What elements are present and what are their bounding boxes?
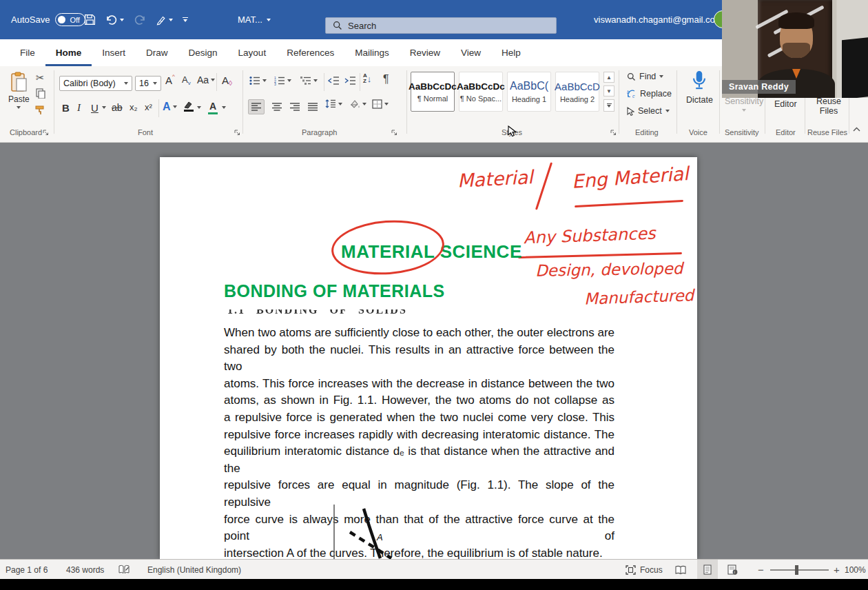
cut-icon[interactable]: ✂ [36,72,45,84]
undo-dropdown-icon[interactable] [120,19,124,21]
webcam-overlay: Sravan Reddy [722,0,868,98]
font-color-dropdown-icon[interactable] [222,106,226,109]
grow-font-button[interactable]: A^ [165,74,175,86]
tab-insert[interactable]: Insert [92,39,136,66]
style-no-spacing[interactable]: AaBbCcDc ¶ No Spac... [459,72,503,112]
sort-button[interactable]: AZ ↓ [363,73,371,84]
tab-references[interactable]: References [276,39,344,66]
document-page[interactable]: Material Eng Material Any Substances Des… [160,157,697,559]
word-count[interactable]: 436 words [66,560,104,580]
dictate-button[interactable]: Dictate [686,70,713,105]
print-layout-icon[interactable] [697,560,718,580]
reuse-files-group-label: Reuse Files [807,128,847,136]
ink-dropdown-icon[interactable] [169,19,173,21]
align-left-button[interactable] [248,99,265,114]
body-line: atoms. This force increases with the dec… [224,376,614,393]
clipboard-dialog-launcher[interactable] [43,130,50,136]
paste-button[interactable]: Paste [8,72,30,109]
read-mode-icon[interactable] [675,560,687,580]
select-button[interactable]: Select [627,106,670,116]
underline-button[interactable]: U [91,102,99,114]
account-email[interactable]: viswanadh.chaganti@gmail.com [594,0,723,39]
search-input[interactable]: Search [325,17,557,34]
copy-icon[interactable] [36,88,45,99]
handwriting-underline-1 [575,200,683,207]
paste-dropdown-icon[interactable] [17,106,21,109]
highlight-dropdown-icon[interactable] [197,106,201,109]
shading-button[interactable] [349,99,366,109]
tab-draw[interactable]: Draw [136,39,178,66]
multilevel-list-button[interactable] [300,76,318,85]
search-placeholder: Search [348,21,376,31]
borders-button[interactable] [372,99,389,109]
styles-scroll-down-icon[interactable]: ▼ [603,85,614,96]
tab-help[interactable]: Help [491,39,531,66]
proofing-icon[interactable] [118,560,130,580]
style-normal[interactable]: AaBbCcDc ¶ Normal [411,72,455,112]
justify-button[interactable] [304,99,321,114]
page-indicator[interactable]: Page 1 of 6 [6,560,48,580]
focus-button[interactable]: Focus [626,560,663,580]
web-layout-icon[interactable]: i [727,560,738,580]
tab-layout[interactable]: Layout [228,39,277,66]
tab-file[interactable]: File [10,39,45,66]
undo-button[interactable] [105,14,124,26]
font-name-combo[interactable]: Calibri (Body) [59,76,132,91]
editor-button[interactable]: Editor [774,99,797,109]
style-heading1[interactable]: AaBbC( Heading 1 [507,72,551,112]
screen: AutoSave Off [0,0,868,590]
tab-review[interactable]: Review [400,39,451,66]
increase-indent-button[interactable] [344,76,356,85]
align-right-button[interactable] [287,99,303,114]
zoom-slider[interactable] [770,560,829,580]
align-center-button[interactable] [269,99,285,114]
customize-toolbar-icon[interactable] [183,17,188,22]
svg-text:c: c [632,94,635,99]
pilcrow-button[interactable]: ¶ [383,73,389,85]
zoom-out-button[interactable]: − [758,560,764,580]
replace-button[interactable]: bc Replace [627,89,672,99]
zoom-slider-thumb[interactable] [795,565,798,575]
font-color-button[interactable]: A [208,101,218,114]
tab-design[interactable]: Design [178,39,228,66]
zoom-level[interactable]: 100% [845,560,866,580]
change-case-button[interactable]: Aa [197,74,215,85]
font-dialog-launcher[interactable] [234,130,241,136]
text-effects-button[interactable]: A [163,101,177,113]
clear-formatting-button[interactable]: A◊ [222,74,232,86]
ink-gesture-button[interactable] [156,14,173,26]
highlight-color-button[interactable] [183,101,194,112]
bullets-button[interactable] [249,76,267,85]
format-painter-icon[interactable] [34,105,45,116]
strikethrough-button[interactable]: ab [112,102,123,113]
figure-force-curves: A [324,500,420,559]
voice-group-label: Voice [689,128,707,136]
tab-view[interactable]: View [451,39,491,66]
styles-more-icon[interactable] [603,99,614,112]
italic-button[interactable]: I [77,102,81,114]
paragraph-dialog-launcher[interactable] [391,130,398,136]
save-icon[interactable] [84,14,96,26]
decrease-indent-button[interactable] [328,76,340,85]
tab-mailings[interactable]: Mailings [344,39,400,66]
font-size-combo[interactable]: 16 [135,76,161,91]
tab-home[interactable]: Home [45,39,92,66]
style-heading2[interactable]: AaBbCcD Heading 2 [555,72,599,112]
reuse-files-button[interactable]: Reuse Files [813,96,845,116]
styles-scroll-up-icon[interactable]: ▲ [603,72,614,83]
styles-dialog-launcher[interactable] [610,130,617,136]
red-circle-annotation [329,216,446,278]
autosave-toggle[interactable]: AutoSave Off [11,0,85,39]
subscript-button[interactable]: x₂ [130,102,138,112]
superscript-button[interactable]: x² [145,102,152,112]
collapse-ribbon-icon[interactable] [853,127,860,132]
bold-button[interactable]: B [62,102,70,114]
line-spacing-button[interactable] [325,99,342,108]
underline-dropdown-icon[interactable] [102,106,106,109]
document-title[interactable]: MAT... [238,0,271,39]
language-indicator[interactable]: English (United Kingdom) [147,560,241,580]
numbering-button[interactable]: 123 [274,76,291,85]
find-button[interactable]: Find [627,72,663,81]
zoom-in-button[interactable]: + [834,560,840,580]
shrink-font-button[interactable]: Av [182,74,191,85]
